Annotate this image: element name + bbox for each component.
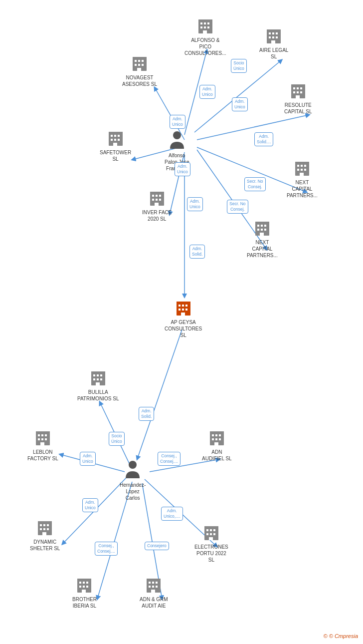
svg-rect-145 <box>209 537 213 540</box>
svg-rect-156 <box>147 579 161 581</box>
svg-rect-132 <box>47 524 49 526</box>
svg-line-17 <box>137 329 182 459</box>
svg-rect-58 <box>293 87 295 89</box>
svg-rect-39 <box>198 19 212 21</box>
svg-rect-99 <box>159 199 161 201</box>
svg-rect-80 <box>301 169 303 171</box>
svg-rect-131 <box>43 524 45 526</box>
svg-rect-27 <box>181 313 185 316</box>
svg-rect-103 <box>93 374 95 376</box>
svg-rect-77 <box>301 165 303 167</box>
badge-1: Adm. Unico <box>232 97 248 111</box>
svg-rect-107 <box>97 378 99 380</box>
svg-rect-141 <box>213 529 215 531</box>
svg-rect-129 <box>38 521 52 523</box>
badge-0: Adm. Unico <box>199 85 215 99</box>
svg-rect-122 <box>215 434 217 436</box>
diagram: Alfonso Palop Jose Francisco AP GEYSA CO… <box>0 0 363 644</box>
watermark: © © Cmpresia <box>324 633 358 639</box>
svg-rect-157 <box>149 582 151 584</box>
svg-rect-153 <box>86 586 88 588</box>
svg-rect-79 <box>297 169 299 171</box>
node-hernandez_lopez: Hernandez- Lopez Carlos <box>120 459 146 501</box>
svg-rect-44 <box>204 26 206 28</box>
svg-rect-117 <box>45 438 47 440</box>
badge-6: Secr. No Consej. <box>244 177 266 191</box>
node-label-safetower: SAFETOWER SL <box>100 149 131 162</box>
node-next_capital1: NEXT CAPITAL PARTNERS... <box>287 160 318 199</box>
svg-rect-139 <box>206 529 208 531</box>
badge-15: Adm. Unico,.... <box>161 507 183 521</box>
svg-rect-133 <box>40 528 42 530</box>
svg-rect-60 <box>300 87 302 89</box>
svg-rect-125 <box>215 438 217 440</box>
svg-rect-62 <box>297 91 299 93</box>
svg-rect-113 <box>41 434 43 436</box>
svg-rect-120 <box>210 431 224 433</box>
badge-10: Adm. Solid. <box>139 407 154 421</box>
svg-rect-149 <box>83 582 85 584</box>
badge-17: Consejero <box>145 542 169 550</box>
svg-rect-154 <box>82 590 86 593</box>
node-label-aire_legal: AIRE LEGAL SL <box>259 47 288 60</box>
node-label-next_capital2: NEXT CAPITAL PARTNERS... <box>247 239 278 259</box>
svg-point-28 <box>129 461 137 469</box>
node-label-next_capital1: NEXT CAPITAL PARTNERS... <box>287 179 318 199</box>
svg-rect-32 <box>138 60 140 62</box>
svg-rect-163 <box>151 590 155 593</box>
svg-rect-87 <box>264 225 266 227</box>
svg-rect-22 <box>182 305 184 307</box>
svg-rect-54 <box>276 36 278 38</box>
svg-rect-69 <box>118 135 120 137</box>
svg-rect-135 <box>47 528 49 530</box>
node-aire_legal: AIRE LEGAL SL <box>259 27 288 60</box>
svg-rect-20 <box>177 302 190 304</box>
badge-11: Socio Único <box>109 432 125 446</box>
svg-rect-59 <box>297 87 299 89</box>
node-label-electrones: ELECTRONES PORTU 2022 SL <box>194 544 228 563</box>
svg-rect-143 <box>210 533 212 535</box>
node-label-hernandez_lopez: Hernandez- Lopez Carlos <box>120 482 146 501</box>
svg-rect-105 <box>100 374 102 376</box>
node-next_capital2: NEXT CAPITAL PARTNERS... <box>247 220 278 259</box>
svg-rect-21 <box>179 305 181 307</box>
svg-rect-93 <box>150 192 164 194</box>
svg-rect-36 <box>142 64 144 66</box>
svg-rect-67 <box>111 135 113 137</box>
node-label-brother_iberia: BROTHER IBERIA SL <box>72 596 97 609</box>
svg-rect-85 <box>257 225 259 227</box>
svg-rect-70 <box>111 139 113 141</box>
svg-rect-108 <box>100 378 102 380</box>
svg-point-18 <box>173 131 181 139</box>
svg-rect-148 <box>79 582 81 584</box>
node-brother_iberia: BROTHER IBERIA SL <box>72 577 97 609</box>
svg-rect-88 <box>257 229 259 231</box>
node-label-novagest: NOVAGEST ASESORES SL <box>122 74 157 87</box>
svg-rect-66 <box>109 132 123 134</box>
svg-rect-147 <box>77 579 91 581</box>
svg-rect-142 <box>206 533 208 535</box>
svg-rect-43 <box>200 26 202 28</box>
svg-rect-25 <box>182 309 184 311</box>
svg-rect-96 <box>159 195 161 197</box>
svg-rect-84 <box>255 222 269 224</box>
svg-rect-121 <box>212 434 214 436</box>
svg-rect-144 <box>213 533 215 535</box>
node-leblon: LEBLON FACTORY SL <box>27 429 58 462</box>
svg-rect-112 <box>38 434 40 436</box>
svg-rect-68 <box>114 135 116 137</box>
svg-rect-51 <box>276 32 278 34</box>
node-adn_audifiel: ADN AUDIFIEL SL <box>202 429 232 462</box>
svg-rect-75 <box>295 162 309 164</box>
svg-rect-138 <box>204 526 218 528</box>
node-label-bulilla: BULILLA PATRIMONIOS SL <box>77 389 119 402</box>
node-label-resolute: RESOLUTE CAPITAL SL <box>284 102 312 115</box>
svg-rect-109 <box>96 382 100 385</box>
node-adn_grm: ADN & GRM AUDIT AIE <box>140 577 168 609</box>
svg-rect-140 <box>210 529 212 531</box>
svg-rect-72 <box>118 139 120 141</box>
svg-rect-71 <box>114 139 116 141</box>
svg-rect-48 <box>267 29 281 31</box>
node-label-adn_grm: ADN & GRM AUDIT AIE <box>140 596 168 609</box>
svg-rect-52 <box>269 36 271 38</box>
